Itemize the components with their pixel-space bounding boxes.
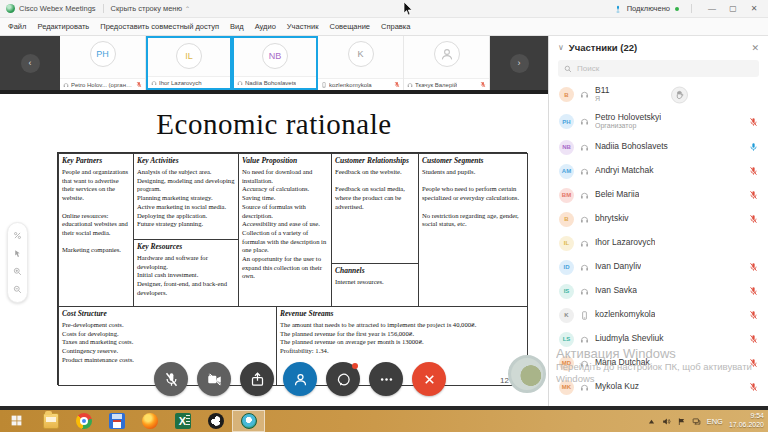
video-tile-4[interactable]: Kkozlenkomykola <box>318 36 404 90</box>
cell-title: Value Proposition <box>242 156 328 165</box>
video-tile-3[interactable]: NBNadiia Bohoslavets <box>232 36 318 90</box>
filmstrip-left-block: ‹ <box>0 36 60 90</box>
participants-header: ∨ Участники (22) ✕ <box>549 36 768 59</box>
participant-row[interactable]: Bbhrytskiv <box>549 207 768 231</box>
close-panel-button[interactable]: ✕ <box>751 43 759 53</box>
zoom-percent-icon[interactable] <box>13 231 22 240</box>
canvas-cell-key-activities: Key Activities Analysis of the subject a… <box>133 153 239 240</box>
chat-button[interactable] <box>326 362 360 396</box>
video-tile-2[interactable]: ILIhor Lazarovych <box>146 36 232 90</box>
maximize-button[interactable]: ▢ <box>725 2 741 16</box>
muted-mic-icon <box>749 334 758 344</box>
cell-title: Key Resources <box>137 242 235 251</box>
participant-row[interactable]: BMBelei Mariia <box>549 183 768 207</box>
menu-item-7[interactable]: Совещание <box>329 22 370 31</box>
muted-mic-icon <box>749 262 758 272</box>
taskbar-chrome-icon[interactable] <box>67 410 100 432</box>
headset-icon <box>237 80 243 86</box>
participant-row[interactable]: PHPetro HolovetskyiОрганизатор <box>549 108 768 135</box>
participant-text: Liudmyla Shevliuk <box>595 334 664 344</box>
zoom-in-icon[interactable] <box>13 267 22 276</box>
participants-panel: ∨ Участники (22) ✕ Поиск BB11ЯPHPetro Ho… <box>548 36 768 406</box>
self-video-bubble[interactable] <box>508 355 546 393</box>
language-indicator[interactable]: ENG <box>707 417 723 426</box>
action-center-flag-icon[interactable] <box>677 417 686 426</box>
leave-button[interactable] <box>412 362 446 396</box>
hide-menu-button[interactable]: Скрыть строку меню <box>111 4 183 13</box>
participants-button[interactable] <box>283 362 317 396</box>
close-window-button[interactable]: ✕ <box>746 2 762 16</box>
cell-body: People and organizations that want to ad… <box>62 168 130 255</box>
participant-row[interactable]: ISIvan Savka <box>549 279 768 303</box>
headset-icon <box>407 82 413 88</box>
more-icon <box>379 372 394 387</box>
taskbar-start-icon[interactable] <box>1 410 34 432</box>
muted-mic-icon <box>749 117 758 127</box>
headset-icon <box>580 191 589 200</box>
leave-icon <box>422 372 437 387</box>
cell-title: Channels <box>335 266 415 275</box>
volume-icon[interactable] <box>662 417 671 426</box>
network-icon[interactable] <box>692 417 701 426</box>
muted-mic-icon <box>749 190 758 200</box>
menu-item-3[interactable]: Предоставить совместный доступ <box>100 22 219 31</box>
headset-icon <box>580 117 589 126</box>
menu-item-8[interactable]: Справка <box>381 22 410 31</box>
menu-item-1[interactable]: Файл <box>8 22 26 31</box>
taskbar-explorer-icon[interactable] <box>34 410 67 432</box>
participant-row[interactable]: MKMykola Kuz <box>549 375 768 399</box>
participant-row[interactable]: NBNadiia Bohoslavets <box>549 135 768 159</box>
more-button[interactable] <box>369 362 403 396</box>
taskbar-excel-icon[interactable]: X <box>166 410 199 432</box>
system-tray: ENG 9:54 17.06.2020 <box>647 410 764 432</box>
participant-avatar: BM <box>559 188 574 203</box>
mic-muted-icon <box>164 372 179 387</box>
zoom-out-icon[interactable] <box>13 285 22 294</box>
taskbar-clock[interactable]: 9:54 17.06.2020 <box>729 412 764 430</box>
menu-item-2[interactable]: Редактировать <box>37 22 89 31</box>
chrome-glyph <box>76 413 92 429</box>
filmstrip-right-block: › <box>490 36 548 90</box>
scroll-right-button[interactable]: › <box>510 54 529 73</box>
menu-item-6[interactable]: Участник <box>287 22 319 31</box>
participant-avatar: PH <box>559 114 574 129</box>
tray-expand-icon[interactable] <box>647 417 656 426</box>
collapse-chevron-icon[interactable]: ∨ <box>558 43 564 52</box>
scroll-left-button[interactable]: ‹ <box>21 54 40 73</box>
minimize-button[interactable]: — <box>704 2 720 16</box>
participants-title: Участники (22) <box>569 42 637 53</box>
tile-participant-name: Ihor Lazarovych <box>159 80 202 86</box>
participant-avatar: B <box>559 87 574 102</box>
titlebar-divider <box>691 4 692 13</box>
video-button[interactable] <box>197 362 231 396</box>
taskbar-firefox-icon[interactable] <box>133 410 166 432</box>
participant-text: B11Я <box>595 86 610 104</box>
video-tile-5[interactable]: Ткачук Валерій <box>404 36 490 90</box>
video-tile-1[interactable]: PHPetro Holov... (организатор) <box>60 36 146 90</box>
participant-row[interactable]: BB11Я <box>549 81 768 108</box>
menu-item-4[interactable]: Вид <box>230 22 244 31</box>
raise-hand-button[interactable] <box>671 86 688 103</box>
taskbar-webex-icon[interactable] <box>232 410 265 432</box>
tile-name-bar: Nadiia Bohoslavets <box>234 76 316 88</box>
participant-row[interactable]: MDMaria Dutchak <box>549 351 768 375</box>
participant-avatar: LS <box>559 332 574 347</box>
mute-button[interactable] <box>154 362 188 396</box>
participant-search-input[interactable]: Поиск <box>558 60 759 77</box>
taskbar-blue-app-icon[interactable] <box>100 410 133 432</box>
participant-row[interactable]: Kkozlenkomykola <box>549 303 768 327</box>
tile-avatar-initials: IL <box>176 43 202 69</box>
participant-row[interactable]: LSLiudmyla Shevliuk <box>549 327 768 351</box>
participant-row[interactable]: IDIvan Danyliv <box>549 255 768 279</box>
taskbar-obs-icon[interactable] <box>199 410 232 432</box>
participant-row[interactable]: AMAndryi Matchak <box>549 159 768 183</box>
participant-row[interactable]: ILIhor Lazarovych <box>549 231 768 255</box>
start-glyph <box>10 413 26 429</box>
pointer-icon[interactable] <box>13 249 22 258</box>
participant-name: Ivan Savka <box>595 286 637 296</box>
blue-app-glyph <box>109 413 125 429</box>
share-button[interactable] <box>240 362 274 396</box>
menu-item-5[interactable]: Аудио <box>255 22 276 31</box>
muted-mic-icon <box>749 166 758 176</box>
participant-name: B11 <box>595 86 610 96</box>
